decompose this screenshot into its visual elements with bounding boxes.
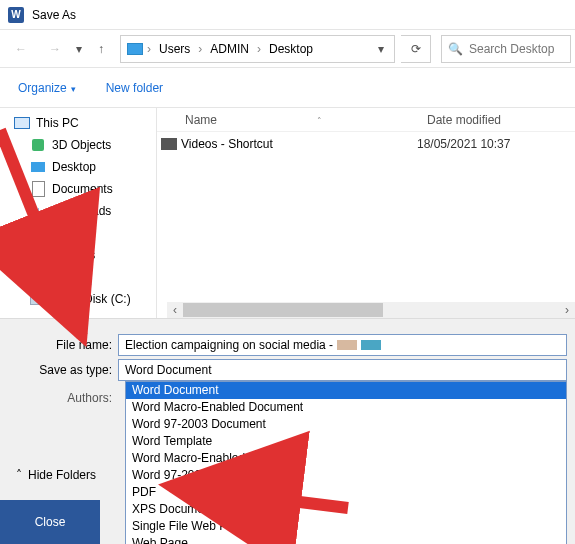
pc-icon [14,115,30,131]
list-item[interactable]: Videos - Shortcut 18/05/2021 10:37 [157,132,575,156]
sidebar-item-3d-objects[interactable]: 3D Objects [14,134,156,156]
filename-input[interactable]: Election campaigning on social media - [118,334,567,356]
documents-icon [30,181,46,197]
sidebar-item-this-pc[interactable]: This PC [14,112,156,134]
authors-label: Authors: [0,391,118,405]
sidebar-item-downloads[interactable]: ↓Downloads [14,200,156,222]
breadcrumb-admin[interactable]: ADMIN [204,42,255,56]
scroll-left-button[interactable]: ‹ [167,302,183,318]
breadcrumb-separator: › [145,42,153,56]
address-bar[interactable]: › Users › ADMIN › Desktop ▾ [120,35,395,63]
toolbar: Organize▾ New folder [0,68,575,108]
column-name[interactable]: Name˄ [157,113,417,127]
search-placeholder: Search Desktop [469,42,554,56]
option-word-template[interactable]: Word Template [126,433,566,450]
history-dropdown[interactable]: ▾ [72,34,86,64]
saveastype-row: Save as type: Word Document [0,357,575,383]
scroll-right-button[interactable]: › [559,302,575,318]
option-word-document[interactable]: Word Document [126,382,566,399]
scrollbar-thumb[interactable] [183,303,383,317]
redaction-swatch [361,340,381,350]
sort-indicator-icon: ˄ [317,116,322,126]
title-bar: W Save As [0,0,575,30]
back-button[interactable]: ← [4,34,38,64]
sidebar-item-desktop[interactable]: Desktop [14,156,156,178]
redaction-swatch [337,340,357,350]
option-word-macro-enabled-template[interactable]: Word Macro-Enabled Template [126,450,566,467]
chevron-up-icon: ˄ [16,468,22,482]
disk-icon [30,291,46,307]
breadcrumb-separator: › [255,42,263,56]
breadcrumb-desktop[interactable]: Desktop [263,42,319,56]
sidebar-item-videos[interactable]: Videos [14,266,156,288]
breadcrumb-separator: › [196,42,204,56]
new-folder-button[interactable]: New folder [106,81,163,95]
option-single-file-web-page[interactable]: Single File Web Page [126,518,566,535]
videos-icon [30,269,46,285]
music-icon: ♪ [30,225,46,241]
filename-row: File name: Election campaigning on socia… [0,319,575,357]
close-button[interactable]: Close [0,500,100,544]
organize-button[interactable]: Organize▾ [18,81,76,95]
search-input[interactable]: 🔍 Search Desktop [441,35,571,63]
downloads-icon: ↓ [30,203,46,219]
bottom-panel: File name: Election campaigning on socia… [0,318,575,544]
forward-button[interactable]: → [38,34,72,64]
option-word-97-2003-document[interactable]: Word 97-2003 Document [126,416,566,433]
sidebar-item-pictures[interactable]: Pictures [14,244,156,266]
file-date: 18/05/2021 10:37 [417,137,510,151]
file-list-pane: Name˄ Date modified Videos - Shortcut 18… [156,108,575,318]
word-app-icon: W [8,7,24,23]
option-xps-document[interactable]: XPS Document [126,501,566,518]
desktop-icon [30,159,46,175]
saveastype-label: Save as type: [0,363,118,377]
option-pdf[interactable]: PDF [126,484,566,501]
breadcrumb-users[interactable]: Users [153,42,196,56]
sidebar-item-music[interactable]: ♪Music [14,222,156,244]
video-shortcut-icon [157,138,181,150]
hide-folders-button[interactable]: ˄ Hide Folders [16,468,96,482]
refresh-button[interactable]: ⟳ [401,35,431,63]
pictures-icon [30,247,46,263]
file-name: Videos - Shortcut [181,137,417,151]
main-area: This PC 3D Objects Desktop Documents ↓Do… [0,108,575,318]
option-word-macro-enabled-document[interactable]: Word Macro-Enabled Document [126,399,566,416]
saveastype-dropdown: Word Document Word Macro-Enabled Documen… [125,381,567,544]
saveastype-combobox[interactable]: Word Document [118,359,567,381]
up-one-level-button[interactable]: ↑ [86,34,116,64]
sidebar-item-local-disk[interactable]: Local Disk (C:) [14,288,156,310]
option-web-page[interactable]: Web Page [126,535,566,544]
filename-label: File name: [0,338,118,352]
objects-icon [30,137,46,153]
desktop-icon [127,43,143,55]
column-headers: Name˄ Date modified [157,108,575,132]
chevron-down-icon: ▾ [71,84,76,94]
column-date-modified[interactable]: Date modified [417,113,501,127]
address-dropdown[interactable]: ▾ [372,42,390,56]
option-word-97-2003-template[interactable]: Word 97-2003 Template [126,467,566,484]
search-icon: 🔍 [448,42,463,56]
sidebar-item-documents[interactable]: Documents [14,178,156,200]
navigation-bar: ← → ▾ ↑ › Users › ADMIN › Desktop ▾ ⟳ 🔍 … [0,30,575,68]
sidebar: This PC 3D Objects Desktop Documents ↓Do… [0,108,156,318]
horizontal-scrollbar[interactable]: ‹ › [167,302,575,318]
window-title: Save As [32,8,76,22]
